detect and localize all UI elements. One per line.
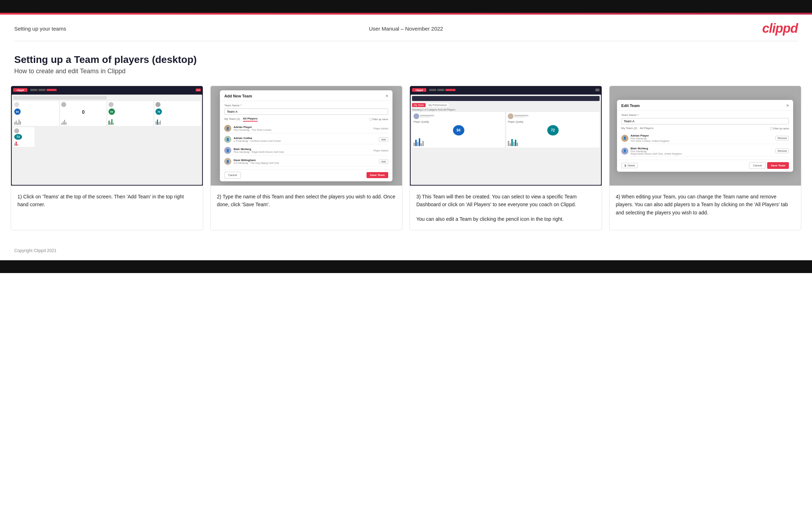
player-name: Adrian Coliba [233, 137, 376, 140]
add-player-button-2[interactable]: Add [379, 159, 388, 164]
player-info [14, 102, 58, 107]
bar-4-1 [155, 121, 157, 125]
player-avatar: 👤 [224, 147, 231, 154]
edit-player-name-1: Adrian Player [631, 134, 773, 137]
edit-cancel-button[interactable]: Cancel [749, 162, 766, 169]
showing-label: Showing 2 of 3 players from All Players [412, 108, 600, 111]
delete-button[interactable]: 🗑 Delete [621, 163, 638, 168]
add-player-button[interactable]: Add [379, 137, 388, 142]
add-team-btn-mini: + Add [196, 89, 201, 91]
modal-title: Add New Team [224, 94, 252, 98]
perf-tab: My Performance [427, 103, 448, 107]
nav-link-1 [30, 89, 37, 91]
modal-close-icon[interactable]: × [385, 93, 388, 98]
list-item: 👤 Adrian Coliba 1.5 Handicap · Central L… [224, 135, 388, 144]
avatar-1 [14, 102, 19, 107]
b6 [422, 141, 424, 146]
player-row-2 [508, 113, 598, 119]
nav-3-link-2 [437, 89, 444, 91]
player-status: Player Added [373, 127, 388, 130]
edit-filter-checkbox[interactable] [770, 127, 773, 130]
player-avatar: 👤 [224, 158, 231, 165]
team-name-input[interactable] [224, 108, 388, 115]
player-quality-label-2: Player Quality [508, 121, 598, 123]
app3-top-bar [412, 96, 600, 101]
edit-team-name-input[interactable] [621, 118, 789, 124]
card-4: Edit Team × Team Name * My Team (2) All … [609, 86, 802, 230]
player-card-5: 72 [13, 127, 35, 147]
edit-player-name-2: Blair McHarg [631, 147, 773, 150]
edit-list-item-1: 👤 Adrian Player Plus Handicap The Shire … [621, 133, 789, 144]
scores-row-4: 78 [155, 108, 199, 115]
edit-tab-all-players[interactable]: All Players [640, 127, 653, 130]
edit-save-team-button[interactable]: Save Team [767, 162, 789, 169]
bar-2-2 [63, 122, 64, 125]
edit-player-list: 👤 Adrian Player Plus Handicap The Shire … [621, 133, 789, 157]
avatar-3-1 [413, 113, 419, 119]
add-team-modal[interactable]: Add New Team × Team Name * My Team (2) A… [220, 90, 392, 181]
player-info: Adrian Player Plus Handicap · The Shire … [233, 126, 371, 131]
player-name: Dave Billingham [233, 159, 376, 162]
edit-player-detail-2: The Shire London, United Kingdom [631, 140, 773, 142]
bar-chart-4 [155, 118, 199, 125]
card-3-description-2: You can also edit a Team by clicking the… [416, 215, 595, 223]
page-title-section: Setting up a Team of players (desktop) H… [0, 41, 812, 86]
card-4-screenshot: Edit Team × Team Name * My Team (2) All … [610, 86, 801, 186]
player-club: Plus Handicap · The Shire London [233, 129, 371, 131]
score-zero: 0 [61, 109, 105, 115]
avatar-2 [61, 102, 66, 107]
b3 [417, 142, 418, 146]
b2-1 [508, 141, 509, 146]
player-list: 👤 Adrian Player Plus Handicap · The Shir… [224, 124, 388, 166]
app-nav-bar: clippd + Add [11, 86, 203, 94]
player-name: Blair McHarg [233, 148, 371, 151]
remove-player-button-1[interactable]: Remove [775, 136, 789, 140]
cancel-button[interactable]: Cancel [224, 172, 241, 178]
app3-cards-row: Player Quality 94 [412, 112, 600, 148]
b4 [419, 138, 420, 146]
b2-2 [510, 143, 511, 146]
bar-4-2 [157, 119, 158, 125]
club-bar-3-1 [420, 117, 431, 118]
edit-tab-my-team[interactable]: My Team (2) [621, 127, 637, 130]
bar-chart-3-1 [413, 137, 503, 146]
tab-all-players[interactable]: All Players [243, 117, 258, 122]
card-1-text: 1) Click on 'Teams' at the top of the sc… [11, 186, 203, 230]
player-info: Dave Billingham 3.6 Handicap · The Dog M… [233, 159, 376, 164]
nav-actions: + Add [196, 89, 201, 91]
name-bar-3-2 [514, 115, 528, 116]
avatar-4 [155, 102, 160, 107]
app-content-area: 84 [12, 95, 202, 185]
name-bar-3-1 [420, 115, 434, 116]
filter-checkbox[interactable] [369, 118, 372, 121]
save-team-button[interactable]: Save Team [367, 172, 388, 178]
score-5: 72 [14, 134, 22, 140]
page-subtitle: How to create and edit Teams in Clippd [14, 68, 798, 75]
player-info-4 [155, 102, 199, 107]
card-2-text: 2) Type the name of this Team and then s… [211, 186, 402, 230]
bar-chart-5 [14, 140, 33, 146]
edit-team-modal[interactable]: Edit Team × Team Name * My Team (2) All … [617, 100, 793, 172]
tab-my-team[interactable]: My Team (2) [224, 117, 240, 121]
bar-3-3 [111, 119, 112, 125]
bottom-bar [0, 260, 812, 273]
bar-2-4 [65, 122, 67, 125]
b2-4 [513, 142, 515, 146]
page-title: Setting up a Team of players (desktop) [14, 54, 798, 65]
nav-3-teams [445, 89, 455, 91]
edit-modal-close-icon[interactable]: × [786, 103, 789, 108]
bar-4-3 [158, 122, 159, 125]
bar-2 [16, 121, 17, 125]
b2-3 [511, 139, 513, 146]
remove-player-button-2[interactable]: Remove [775, 149, 789, 153]
player-quality-label: Player Quality [413, 121, 503, 123]
player-info: Blair McHarg Plus Handicap · Royal North… [233, 148, 371, 153]
player-status: Player Added [373, 149, 388, 152]
header-section-label: Setting up your teams [14, 26, 406, 32]
bar-chart-3 [109, 118, 152, 125]
edit-modal-title: Edit Team [621, 103, 640, 108]
bar-3-1 [109, 121, 110, 125]
b2-6 [517, 143, 518, 146]
app-logo-mini-3: clippd [412, 88, 426, 92]
b2-5 [515, 140, 516, 146]
